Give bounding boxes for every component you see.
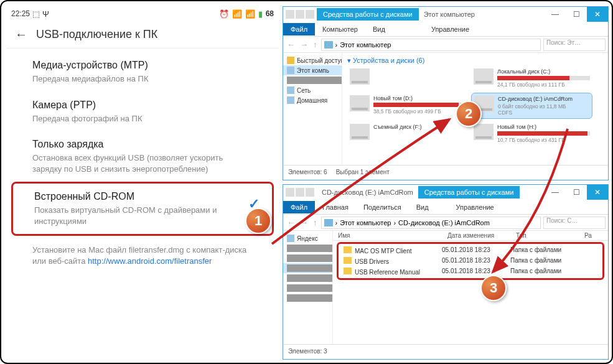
menu-computer[interactable]: Компьютер xyxy=(315,23,365,35)
menu-view[interactable]: Вид xyxy=(409,201,436,213)
pc-icon xyxy=(324,219,333,226)
sidebar-item[interactable]: Лока xyxy=(283,243,332,253)
status-bar: 22:25 ⬚ Ψ ⏰ 📶 📶 ▮ 68 xyxy=(6,6,279,21)
sidebar-item[interactable]: Съемный xyxy=(283,75,342,85)
sidebar-icon xyxy=(287,274,333,282)
option-ptp[interactable]: Камера (PTP) Передача фотографий на ПК xyxy=(6,92,279,132)
phone-screen: 22:25 ⬚ Ψ ⏰ 📶 📶 ▮ 68 ← USB-подключение к… xyxy=(6,6,279,360)
sidebar-item[interactable]: CD-ди xyxy=(283,263,332,273)
hint-text: Установите на Mac файл filetransfer.dmg … xyxy=(6,236,279,276)
sidebar-item[interactable]: Сеть xyxy=(283,85,342,95)
drive-item[interactable]: CD-дисковод (E:) iAmCdRom0 байт свободно… xyxy=(471,93,592,119)
qa-icon[interactable] xyxy=(306,10,314,19)
wifi-icon: 📶 xyxy=(232,9,242,19)
address-field[interactable]: › Этот компьютер xyxy=(321,39,541,51)
sidebar-item[interactable]: Съемн xyxy=(283,273,332,283)
sidebar-icon xyxy=(287,254,333,262)
sidebar: ЯндексЛокаНовьCD-диСъемнНовьСъемн xyxy=(283,231,333,344)
ribbon-context[interactable]: Средства работы с дисками xyxy=(418,186,520,198)
search-field[interactable]: Поиск: Эт… xyxy=(543,39,606,51)
time-label: 22:25 xyxy=(11,9,30,18)
file-row[interactable]: MAC OS MTP Client05.01.2018 18:23Папка с… xyxy=(340,245,601,256)
sidebar-item[interactable]: Домашняя xyxy=(283,95,342,105)
battery-label: 68 xyxy=(266,9,274,18)
folder-icon xyxy=(344,268,352,274)
callout-badge-3: 3 xyxy=(480,275,507,301)
address-field[interactable]: ›Этот компьютер ›CD-дисковод (E:) iAmCdR… xyxy=(321,217,541,229)
sidebar-icon xyxy=(287,235,294,242)
pc-icon xyxy=(324,41,333,49)
options-list: Медиа-устройство (MTP) Передача медиафай… xyxy=(6,49,279,280)
drive-item[interactable]: Новый том (D:)38,5 ГБ свободно из 499 ГБ xyxy=(347,93,469,119)
search-field[interactable]: Поиск: C… xyxy=(543,217,606,229)
forward-button[interactable]: → xyxy=(299,218,309,227)
sidebar-icon xyxy=(287,67,294,74)
menubar: Файл Компьютер Вид Управление xyxy=(283,22,608,37)
phone-header: ← USB-подключение к ПК xyxy=(6,21,279,49)
usb-icon: Ψ xyxy=(42,9,49,19)
drive-item[interactable]: Съемный диск (F:) xyxy=(347,121,469,146)
content-pane: Имя Дата изменения Тип Ра MAC OS MTP Cli… xyxy=(333,231,608,344)
qa-icon[interactable] xyxy=(306,188,314,197)
drive-item[interactable]: Локальный диск (C:)24,1 ГБ свободно из 1… xyxy=(471,66,592,90)
battery-icon: ▮ xyxy=(258,9,263,19)
window-title: CD-дисковод (E:) iAmCdRom xyxy=(317,189,418,196)
file-row[interactable]: USB Drivers05.01.2018 18:23Папка с файла… xyxy=(340,256,601,266)
address-bar: ← → ↑ ›Этот компьютер ›CD-дисковод (E:) … xyxy=(283,215,608,231)
explorer-window-1: Средства работы с дисками Этот компьютер… xyxy=(283,6,609,180)
option-cdrom[interactable]: Встроенный CD-ROM Показать виртуальный C… xyxy=(11,182,274,236)
maximize-button[interactable]: ☐ xyxy=(566,7,587,22)
menu-manage[interactable]: Управление xyxy=(424,23,477,35)
qa-icon[interactable] xyxy=(296,10,304,19)
drive-item[interactable]: Новый том (H:)10,7 ГБ свободно из 431 ГБ xyxy=(471,121,592,146)
close-button[interactable]: ✕ xyxy=(587,185,608,200)
sidebar-icon xyxy=(287,245,333,252)
sidebar-item[interactable]: Новь xyxy=(283,253,332,263)
app-icon xyxy=(286,188,294,197)
menu-manage[interactable]: Управление xyxy=(449,201,502,213)
up-button[interactable]: ↑ xyxy=(312,40,319,49)
back-icon[interactable]: ← xyxy=(15,27,27,42)
sidebar-item[interactable]: Новь xyxy=(283,283,332,293)
close-button[interactable]: ✕ xyxy=(587,7,608,22)
option-mtp[interactable]: Медиа-устройство (MTP) Передача медиафай… xyxy=(6,52,279,92)
callout-badge-2: 2 xyxy=(456,101,482,127)
sidebar-item[interactable]: Яндекс xyxy=(283,233,332,243)
ribbon-context[interactable]: Средства работы с дисками xyxy=(317,8,419,21)
sidebar: Быстрый доступЭтот компьСъемныйСетьДомаш… xyxy=(283,53,342,165)
sidebar-icon xyxy=(287,57,294,64)
signal-icon: 📶 xyxy=(245,9,255,19)
sidebar-icon xyxy=(287,264,333,272)
list-header: Имя Дата изменения Тип Ра xyxy=(333,231,608,241)
explorer-window-2: CD-дисковод (E:) iAmCdRom Средства работ… xyxy=(283,184,609,360)
minimize-button[interactable]: — xyxy=(545,7,566,22)
forward-button[interactable]: → xyxy=(299,40,309,49)
alarm-icon: ⏰ xyxy=(219,9,229,19)
menu-file[interactable]: Файл xyxy=(283,23,315,35)
option-charge[interactable]: Только зарядка Остановка всех функций US… xyxy=(6,131,279,182)
titlebar: CD-дисковод (E:) iAmCdRom Средства работ… xyxy=(283,185,608,200)
menu-share[interactable]: Поделиться xyxy=(356,201,409,213)
sidebar-item[interactable]: Этот компь xyxy=(283,65,342,75)
menu-file[interactable]: Файл xyxy=(283,201,315,213)
sidebar-item[interactable]: Съемн xyxy=(283,293,332,303)
back-button[interactable]: ← xyxy=(286,40,296,49)
back-button[interactable]: ← xyxy=(286,218,296,227)
menu-view[interactable]: Вид xyxy=(365,23,393,35)
sidebar-icon xyxy=(287,294,333,302)
sidebar-icon xyxy=(287,284,333,292)
file-row[interactable]: USB Reference Manual05.01.2018 18:23Папк… xyxy=(340,266,601,277)
section-header[interactable]: ▾ Устройства и диски (6) xyxy=(347,55,603,66)
titlebar: Средства работы с дисками Этот компьютер… xyxy=(283,7,608,22)
sidebar-item[interactable]: Быстрый доступ xyxy=(283,55,342,65)
hint-link[interactable]: http://www.android.com/filetransfer xyxy=(88,256,212,266)
drive-item[interactable] xyxy=(347,66,469,90)
minimize-button[interactable]: — xyxy=(545,185,566,200)
drive-icon xyxy=(350,95,370,111)
menu-main[interactable]: Главная xyxy=(315,201,356,213)
maximize-button[interactable]: ☐ xyxy=(566,185,587,200)
up-button[interactable]: ↑ xyxy=(312,218,319,227)
folder-icon xyxy=(344,246,352,253)
qa-icon[interactable] xyxy=(296,188,304,197)
drive-icon xyxy=(474,68,494,85)
